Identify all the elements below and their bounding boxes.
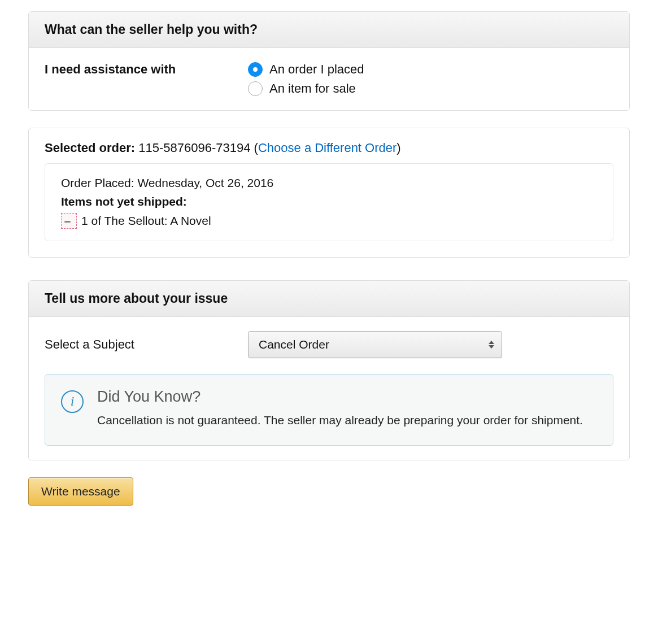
order-item-text: 1 of The Sellout: A Novel [81,212,211,230]
subject-select[interactable]: Cancel Order [248,331,502,358]
radio-icon [248,62,263,77]
order-card: Order Placed: Wednesday, Oct 26, 2016 It… [45,163,613,241]
item-thumbnail-icon [61,213,77,229]
items-status-label: Items not yet shipped: [61,193,597,211]
subject-select-value: Cancel Order [259,338,329,351]
radio-icon [248,81,263,96]
selected-order-id: 115-5876096-73194 [138,141,250,155]
order-placed-label: Order Placed: [61,176,134,189]
choose-different-order-link[interactable]: Choose a Different Order [258,141,396,155]
info-icon: i [61,390,84,413]
write-message-button[interactable]: Write message [28,477,133,506]
selected-order-heading: Selected order: 115-5876096-73194 (Choos… [45,141,613,155]
order-placed-row: Order Placed: Wednesday, Oct 26, 2016 [61,174,597,193]
subject-label: Select a Subject [45,337,248,352]
selected-order-label: Selected order: [45,141,135,155]
info-text: Cancellation is not guaranteed. The sell… [97,411,583,430]
info-box: i Did You Know? Cancellation is not guar… [45,374,613,446]
seller-help-body: I need assistance with An order I placed… [29,48,629,110]
seller-help-panel: What can the seller help you with? I nee… [28,11,630,111]
assistance-radio-group: An order I placed An item for sale [248,62,364,96]
subject-select-wrap: Cancel Order [248,331,502,358]
info-title: Did You Know? [97,388,583,406]
issue-body: Select a Subject Cancel Order i Did You … [29,317,629,460]
seller-help-header: What can the seller help you with? [29,12,629,48]
assistance-label: I need assistance with [45,62,248,77]
selected-order-panel: Selected order: 115-5876096-73194 (Choos… [28,128,630,258]
radio-label: An order I placed [269,62,364,77]
issue-panel: Tell us more about your issue Select a S… [28,280,630,461]
issue-header: Tell us more about your issue [29,281,629,317]
radio-item-for-sale[interactable]: An item for sale [248,81,364,96]
order-item-row: 1 of The Sellout: A Novel [61,212,597,230]
radio-label: An item for sale [269,81,356,96]
info-content: Did You Know? Cancellation is not guaran… [97,388,583,430]
radio-order-placed[interactable]: An order I placed [248,62,364,77]
order-placed-date: Wednesday, Oct 26, 2016 [137,176,273,189]
